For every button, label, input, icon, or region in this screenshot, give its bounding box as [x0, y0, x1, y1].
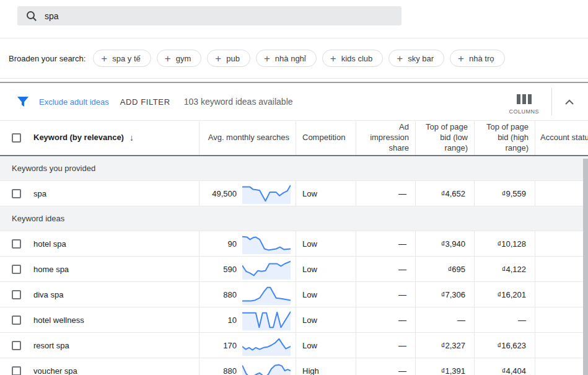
- exclude-adult-ideas-link[interactable]: Exclude adult ideas: [39, 97, 109, 107]
- ad-impression-share-cell: —: [356, 181, 416, 206]
- keyword-label: diva spa: [33, 290, 63, 299]
- avg-monthly-searches-value: 49,500: [206, 189, 237, 198]
- row-checkbox[interactable]: [12, 366, 21, 375]
- ad-impression-share-header[interactable]: Ad impression share: [356, 121, 416, 155]
- avg-monthly-searches-value: 90: [206, 239, 237, 249]
- account-status-cell: [535, 307, 588, 332]
- table-row: voucher spa880High—₫1,391₫4,404: [0, 358, 588, 375]
- vertical-scrollbar[interactable]: [583, 159, 588, 375]
- broaden-label: Broaden your search:: [9, 54, 86, 63]
- collapse-chevron-icon[interactable]: [564, 99, 574, 105]
- keyword-label: hotel wellness: [33, 315, 84, 325]
- keyword-label: home spa: [33, 265, 69, 274]
- keyword-planner-page: Broaden your search: +spa y tế+gym+pub+n…: [0, 6, 588, 375]
- bid-low-cell: ₫7,306: [416, 282, 475, 307]
- chip-label: gym: [176, 54, 191, 63]
- broaden-chip[interactable]: +pub: [207, 50, 250, 67]
- broaden-chip[interactable]: +nhà trọ: [450, 50, 504, 67]
- bid-high-header[interactable]: Top of page bid (high range): [475, 121, 535, 155]
- chip-label: nhà trọ: [469, 54, 494, 63]
- sparkline-chart: [242, 233, 291, 254]
- plus-icon: +: [397, 53, 403, 64]
- plus-icon: +: [165, 53, 171, 64]
- avg-monthly-searches-header[interactable]: Avg. monthly searches: [200, 121, 296, 155]
- table-header-row: Keyword (by relevance) ↓ Avg. monthly se…: [0, 120, 588, 156]
- row-checkbox[interactable]: [12, 189, 21, 198]
- bid-high-cell: ₫16,623: [475, 333, 535, 358]
- keyword-label: spa: [33, 189, 46, 198]
- account-status-cell: [535, 333, 588, 358]
- ad-impression-share-cell: —: [356, 231, 416, 256]
- search-input[interactable]: [45, 11, 402, 21]
- competition-cell: Low: [296, 231, 356, 256]
- broaden-chip[interactable]: +sky bar: [388, 50, 444, 67]
- plus-icon: +: [101, 53, 107, 64]
- keyword-label: resort spa: [33, 341, 69, 350]
- search-box[interactable]: [17, 6, 402, 25]
- row-checkbox[interactable]: [12, 341, 21, 350]
- bid-low-header[interactable]: Top of page bid (low range): [416, 121, 475, 155]
- sparkline-chart: [242, 183, 291, 204]
- account-status-cell: [535, 282, 588, 307]
- row-checkbox[interactable]: [12, 315, 21, 325]
- avg-monthly-searches-cell: 590: [200, 257, 296, 281]
- columns-button-label: COLUMNS: [509, 108, 539, 115]
- account-status-cell: [535, 231, 588, 256]
- account-status-header[interactable]: Account status: [535, 121, 588, 155]
- row-checkbox[interactable]: [12, 290, 21, 299]
- keyword-label: hotel spa: [33, 239, 66, 249]
- bid-low-cell: ₫695: [416, 257, 475, 281]
- keyword-cell: hotel wellness: [0, 307, 200, 332]
- sort-descending-icon[interactable]: ↓: [129, 132, 134, 143]
- bid-high-cell: ₫10,128: [475, 231, 535, 256]
- bid-low-cell: ₫1,391: [416, 358, 475, 375]
- row-checkbox[interactable]: [12, 265, 21, 274]
- keyword-cell: spa: [0, 181, 200, 206]
- keyword-cell: diva spa: [0, 282, 200, 307]
- competition-cell: Low: [296, 282, 356, 307]
- table-row: diva spa880Low—₫7,306₫16,201: [0, 282, 588, 307]
- competition-cell: Low: [296, 307, 356, 332]
- section-header-row: Keyword ideas: [0, 206, 588, 231]
- broaden-chip[interactable]: +kids club: [322, 50, 384, 67]
- bid-low-cell: ₫4,652: [416, 181, 475, 206]
- ad-impression-share-cell: —: [356, 307, 416, 332]
- broaden-chip[interactable]: +nhà nghỉ: [256, 50, 317, 67]
- ad-impression-share-cell: —: [356, 333, 416, 358]
- account-status-cell: [535, 257, 588, 281]
- avg-monthly-searches-cell: 170: [200, 333, 296, 358]
- table-row: hotel wellness10Low———: [0, 307, 588, 333]
- competition-header[interactable]: Competition: [296, 121, 356, 155]
- avg-monthly-searches-value: 590: [206, 265, 237, 274]
- table-body: Keywords you providedspa49,500Low—₫4,652…: [0, 156, 588, 375]
- broaden-chip[interactable]: +gym: [157, 50, 202, 67]
- columns-button[interactable]: COLUMNS: [509, 94, 539, 115]
- filter-icon: [17, 97, 29, 107]
- chip-label: sky bar: [408, 54, 434, 63]
- row-checkbox[interactable]: [12, 239, 21, 249]
- plus-icon: +: [458, 53, 464, 64]
- ad-impression-share-cell: —: [356, 358, 416, 375]
- table-row: resort spa170Low—₫2,327₫16,623: [0, 333, 588, 358]
- search-icon: [26, 11, 37, 22]
- select-all-checkbox[interactable]: [12, 133, 21, 143]
- filter-toolbar: Exclude adult ideas ADD FILTER 103 keywo…: [0, 83, 588, 120]
- ad-impression-share-cell: —: [356, 282, 416, 307]
- table-row: hotel spa90Low—₫3,940₫10,128: [0, 231, 588, 257]
- broaden-chip[interactable]: +spa y tế: [93, 50, 151, 67]
- avg-monthly-searches-value: 170: [206, 341, 237, 350]
- sparkline-chart: [242, 335, 291, 356]
- bid-low-cell: ₫3,940: [416, 231, 475, 256]
- toolbar-right-controls: COLUMNS: [509, 83, 579, 120]
- keyword-header-cell: Keyword (by relevance) ↓: [0, 121, 200, 155]
- add-filter-button[interactable]: ADD FILTER: [120, 97, 170, 107]
- competition-cell: Low: [296, 181, 356, 206]
- search-section: [0, 6, 588, 38]
- section-header-row: Keywords you provided: [0, 156, 588, 181]
- chip-label: pub: [226, 54, 240, 63]
- avg-monthly-searches-value: 10: [206, 315, 237, 325]
- keyword-cell: home spa: [0, 257, 200, 281]
- sparkline-chart: [242, 360, 291, 375]
- plus-icon: +: [330, 53, 336, 64]
- plus-icon: +: [264, 53, 270, 64]
